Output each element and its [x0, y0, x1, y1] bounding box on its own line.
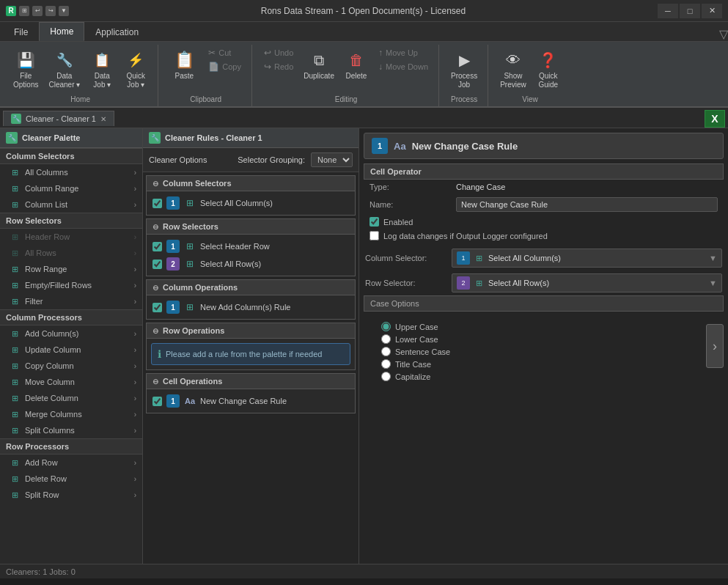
close-button[interactable]: ✕	[702, 4, 722, 18]
column-list-label: Column List	[25, 200, 67, 209]
show-preview-label: ShowPreview	[500, 72, 526, 89]
palette-item-delete-column[interactable]: ⊞ Delete Column ›	[0, 390, 142, 406]
show-preview-button[interactable]: 👁 ShowPreview	[496, 46, 531, 92]
delete-row-chevron: ›	[134, 475, 136, 483]
row-selectors-collapse[interactable]: ⊖	[152, 223, 158, 231]
cleaner-options-label: Cleaner Options	[149, 155, 207, 164]
quick-guide-button[interactable]: ❓ QuickGuide	[532, 46, 565, 92]
column-selectors-section-header[interactable]: ⊖ Column Selectors	[146, 175, 356, 191]
delete-button[interactable]: 🗑 Delete	[340, 46, 372, 83]
palette-item-filter[interactable]: ⊞ Filter ›	[0, 293, 142, 309]
cel1-checkbox[interactable]	[152, 397, 162, 406]
file-options-button[interactable]: 💾 FileOptions	[9, 46, 43, 92]
lower-case-radio[interactable]	[381, 334, 391, 344]
co1-checkbox[interactable]	[152, 303, 162, 312]
name-input[interactable]	[456, 197, 718, 212]
split-row-icon: ⊞	[9, 489, 21, 501]
rule-detail-title: New Change Case Rule	[412, 141, 518, 152]
rs1-checkbox[interactable]	[152, 242, 162, 251]
ribbon: 💾 FileOptions 🔧 DataCleaner ▾ 📋 DataJob …	[0, 42, 728, 108]
maximize-button[interactable]: □	[680, 4, 700, 18]
enabled-checkbox[interactable]	[369, 217, 379, 227]
minimize-button[interactable]: ─	[658, 4, 678, 18]
cut-button[interactable]: ✂ Cut	[204, 46, 246, 59]
ribbon-editing-items: ↩ Undo ↪ Redo ⧉ Duplicate 🗑 Delete ↑ Mo	[260, 46, 433, 92]
cell-operations-section-header[interactable]: ⊖ Cell Operations	[146, 373, 356, 389]
palette-item-empty-filled-rows[interactable]: ⊞ Empty/Filled Rows ›	[0, 277, 142, 293]
data-cleaner-button[interactable]: 🔧 DataCleaner ▾	[44, 46, 84, 92]
row-operations-section-header[interactable]: ⊖ Row Operations	[146, 323, 356, 339]
palette-item-all-rows[interactable]: ⊞ All Rows ›	[0, 245, 142, 261]
paste-button[interactable]: 📋 Paste	[166, 46, 202, 83]
radio-lower-case: Lower Case	[369, 333, 718, 345]
move-up-button[interactable]: ↑ Move Up	[374, 46, 433, 59]
rs1-label: Select Header Row	[200, 242, 270, 251]
palette-item-row-range[interactable]: ⊞ Row Range ›	[0, 261, 142, 277]
selector-grouping-select[interactable]: None And Or	[311, 152, 353, 167]
rs2-checkbox[interactable]	[152, 260, 162, 269]
column-operations-collapse[interactable]: ⊖	[152, 284, 158, 292]
cleaner-tab[interactable]: 🔧 Cleaner - Cleaner 1 ✕	[3, 111, 114, 126]
cell-operations-collapse[interactable]: ⊖	[152, 378, 158, 386]
column-selectors-body: 1 ⊞ Select All Column(s)	[146, 191, 356, 216]
quick-job-label: QuickJob ▾	[127, 72, 146, 89]
upper-case-radio[interactable]	[381, 322, 391, 331]
ribbon-collapse-button[interactable]: ▽	[719, 27, 728, 41]
column-selector-row: Column Selector: 1 ⊞ Select All Column(s…	[359, 246, 728, 271]
palette-item-move-column[interactable]: ⊞ Move Column ›	[0, 374, 142, 390]
move-down-button[interactable]: ↓ Move Down	[374, 60, 433, 73]
move-column-icon: ⊞	[9, 376, 21, 388]
log-label: Log data changes if Output Logger config…	[383, 232, 548, 240]
undo-button[interactable]: ↩ Undo	[260, 46, 298, 59]
duplicate-button[interactable]: ⧉ Duplicate	[299, 46, 339, 83]
log-checkbox[interactable]	[369, 231, 379, 240]
cs1-checkbox[interactable]	[152, 199, 162, 208]
update-column-icon: ⊞	[9, 344, 21, 356]
nav-arrow-right[interactable]: ›	[706, 324, 724, 368]
palette-item-update-column[interactable]: ⊞ Update Column ›	[0, 342, 142, 358]
data-job-button[interactable]: 📋 DataJob ▾	[86, 46, 118, 92]
tab-home[interactable]: Home	[39, 22, 84, 41]
process-job-button[interactable]: ▶ ProcessJob	[446, 46, 482, 92]
palette-item-all-columns[interactable]: ⊞ All Columns ›	[0, 164, 142, 180]
column-operations-section-header[interactable]: ⊖ Column Operations	[146, 279, 356, 295]
palette-item-column-range[interactable]: ⊞ Column Range ›	[0, 180, 142, 196]
copy-column-chevron: ›	[134, 362, 136, 370]
delete-row-icon: ⊞	[9, 473, 21, 485]
tab-file[interactable]: File	[3, 23, 39, 41]
redo-button[interactable]: ↪ Redo	[260, 60, 298, 73]
filter-label: Filter	[25, 297, 43, 306]
process-job-icon: ▶	[452, 48, 476, 72]
title-case-radio[interactable]	[381, 359, 391, 369]
row-operations-collapse[interactable]: ⊖	[152, 327, 158, 335]
palette-list: Column Selectors ⊞ All Columns › ⊞ Colum…	[0, 148, 142, 564]
row-selector-dropdown[interactable]: 2 ⊞ Select All Row(s) ▼	[452, 273, 722, 292]
titlebar-app-icons: R ⊞ ↩ ↪ ▼	[6, 6, 69, 16]
copy-button[interactable]: 📄 Copy	[204, 60, 246, 73]
cs1-icon: ⊞	[184, 197, 196, 209]
tab-application[interactable]: Application	[84, 23, 150, 41]
cut-copy-group: ✂ Cut 📄 Copy	[204, 46, 246, 73]
palette-item-header-row[interactable]: ⊞ Header Row ›	[0, 229, 142, 245]
quick-guide-icon: ❓	[537, 48, 560, 72]
palette-item-copy-column[interactable]: ⊞ Copy Column ›	[0, 358, 142, 374]
column-selectors-collapse[interactable]: ⊖	[152, 180, 158, 188]
palette-item-split-row[interactable]: ⊞ Split Row ›	[0, 487, 142, 503]
capitalize-radio[interactable]	[381, 372, 391, 381]
palette-item-add-columns[interactable]: ⊞ Add Column(s) ›	[0, 325, 142, 342]
quick-job-button[interactable]: ⚡ QuickJob ▾	[120, 46, 152, 92]
column-selector-dropdown[interactable]: 1 ⊞ Select All Column(s) ▼	[452, 249, 722, 268]
file-options-icon: 💾	[14, 48, 37, 72]
sentence-case-radio[interactable]	[381, 347, 391, 356]
palette-item-add-row[interactable]: ⊞ Add Row ›	[0, 455, 142, 471]
all-columns-icon: ⊞	[9, 166, 21, 178]
rule-detail-header: 1 Aa New Change Case Rule	[364, 133, 724, 159]
row-selectors-section-header[interactable]: ⊖ Row Selectors	[146, 218, 356, 235]
cleaner-rules-panel: 🔧 Cleaner Rules - Cleaner 1 Cleaner Opti…	[143, 128, 359, 564]
palette-item-column-list[interactable]: ⊞ Column List ›	[0, 196, 142, 213]
palette-item-split-columns[interactable]: ⊞ Split Columns ›	[0, 422, 142, 438]
palette-item-delete-row[interactable]: ⊞ Delete Row ›	[0, 471, 142, 487]
excel-export-button[interactable]: X	[705, 110, 725, 128]
cleaner-tab-close[interactable]: ✕	[100, 115, 106, 123]
palette-item-merge-columns[interactable]: ⊞ Merge Columns ›	[0, 406, 142, 422]
